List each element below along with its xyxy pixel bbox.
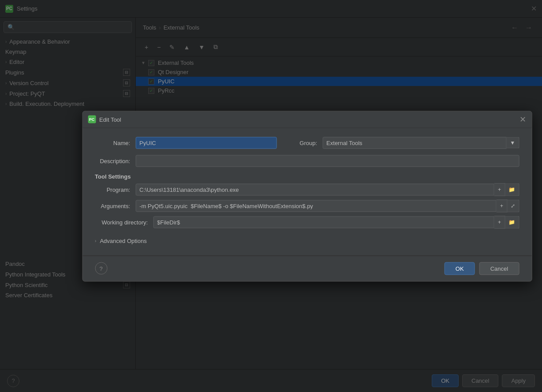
group-label: Group: [282, 139, 317, 146]
program-plus-button[interactable]: + [494, 183, 505, 196]
group-select[interactable]: External Tools [322, 137, 506, 149]
name-input[interactable] [135, 137, 277, 149]
dialog-app-icon: PC [88, 116, 96, 123]
working-dir-plus-button[interactable]: + [494, 216, 505, 228]
program-label: Program: [95, 186, 130, 193]
settings-window: PC Settings ✕ 🔍 › Appearance & Behavior … [0, 0, 542, 392]
arguments-input-wrap: + ⤢ [135, 199, 519, 212]
dialog-title: Edit Tool [99, 116, 121, 123]
dialog-help-button[interactable]: ? [95, 262, 107, 275]
program-folder-button[interactable]: 📁 [505, 183, 519, 196]
description-label: Description: [95, 157, 130, 164]
program-row: Program: + 📁 [95, 183, 519, 196]
description-input[interactable] [135, 155, 519, 167]
advanced-options-row[interactable]: › Advanced Options [95, 235, 519, 246]
program-input-wrap: + 📁 [135, 183, 519, 196]
working-dir-folder-button[interactable]: 📁 [505, 216, 519, 228]
advanced-arrow-icon: › [95, 238, 96, 243]
dialog-title-bar: PC Edit Tool ✕ [82, 111, 531, 128]
dialog-ok-button[interactable]: OK [445, 262, 475, 275]
working-dir-row: Working directory: + 📁 [95, 216, 519, 228]
name-group-row: Name: Group: External Tools ▼ [95, 137, 519, 149]
program-input[interactable] [135, 183, 494, 195]
edit-tool-dialog: PC Edit Tool ✕ Name: Group: External Too… [82, 111, 532, 281]
tool-settings-section: Tool Settings Program: + 📁 Arguments: [95, 173, 519, 228]
dialog-close-icon[interactable]: ✕ [520, 116, 526, 123]
arguments-expand-button[interactable]: ⤢ [507, 199, 519, 212]
description-row: Description: [95, 155, 519, 167]
tool-settings-title: Tool Settings [95, 173, 519, 179]
dialog-body: Name: Group: External Tools ▼ Descriptio… [82, 128, 531, 255]
arguments-label: Arguments: [95, 202, 130, 209]
dialog-cancel-button[interactable]: Cancel [479, 262, 519, 275]
arguments-input[interactable] [135, 200, 497, 212]
working-dir-input[interactable] [153, 216, 494, 228]
group-select-wrap: External Tools ▼ [322, 137, 519, 149]
name-label: Name: [95, 139, 130, 146]
group-dropdown-button[interactable]: ▼ [506, 137, 519, 149]
arguments-plus-button[interactable]: + [497, 199, 507, 212]
working-dir-input-wrap: + 📁 [153, 216, 519, 228]
dialog-footer: ? OK Cancel [82, 255, 531, 281]
arguments-row: Arguments: + ⤢ [95, 199, 519, 212]
working-dir-label: Working directory: [95, 219, 148, 225]
advanced-options-label: Advanced Options [100, 237, 146, 244]
